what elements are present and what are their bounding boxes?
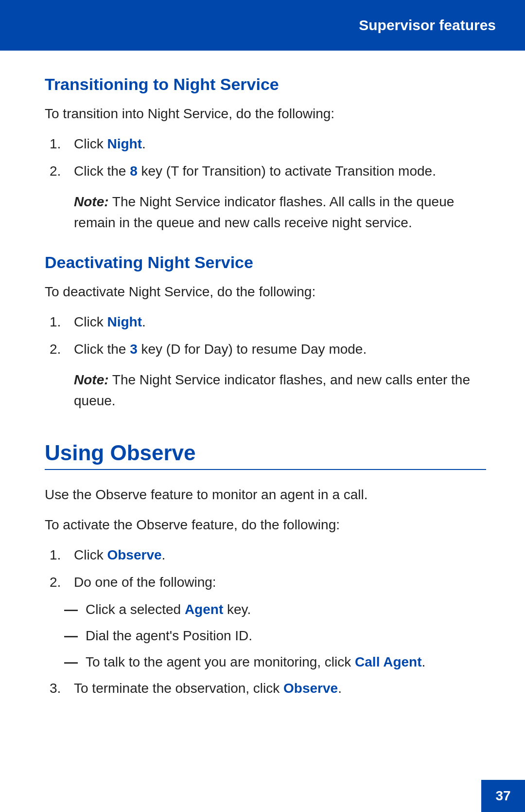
transitioning-intro: To transition into Night Service, do the…: [45, 104, 486, 124]
observe-step-1: 1. Click Observe.: [45, 545, 486, 565]
step-content: To terminate the observation, click Obse…: [74, 678, 486, 699]
key-3-link[interactable]: 3: [130, 342, 138, 357]
section-using-observe: Using Observe Use the Observe feature to…: [45, 441, 486, 699]
key-8-link[interactable]: 8: [130, 163, 138, 179]
deactivating-step-2: 2. Click the 3 key (D for Day) to resume…: [45, 339, 486, 360]
sub-dash: —: [64, 652, 86, 672]
agent-link[interactable]: Agent: [185, 602, 223, 617]
sub-content: To talk to the agent you are monitoring,…: [86, 652, 486, 672]
night-link-1[interactable]: Night: [107, 136, 142, 151]
transitioning-step-1: 1. Click Night.: [45, 134, 486, 154]
step-number: 2.: [45, 161, 74, 181]
call-agent-link[interactable]: Call Agent: [355, 654, 421, 669]
observe-intro-2: To activate the Observe feature, do the …: [45, 515, 486, 535]
step-number: 2.: [45, 339, 74, 360]
night-link-2[interactable]: Night: [107, 314, 142, 329]
transitioning-title: Transitioning to Night Service: [45, 75, 486, 94]
transitioning-note: Note: The Night Service indicator flashe…: [74, 191, 486, 234]
observe-sub-item-1: — Click a selected Agent key.: [45, 599, 486, 620]
step-content: Click Night.: [74, 134, 486, 154]
step-number: 1.: [45, 134, 74, 154]
note-label: Note:: [74, 372, 109, 387]
observe-step-2: 2. Do one of the following:: [45, 572, 486, 593]
section-transitioning: Transitioning to Night Service To transi…: [45, 75, 486, 234]
page-number: 37: [495, 788, 510, 804]
transitioning-step-2: 2. Click the 8 key (T for Transition) to…: [45, 161, 486, 181]
page-number-box: 37: [481, 780, 525, 812]
observe-sub-item-3: — To talk to the agent you are monitorin…: [45, 652, 486, 672]
step-content: Do one of the following:: [74, 572, 486, 593]
note-text: The Night Service indicator flashes, and…: [74, 372, 470, 408]
step-content: Click Observe.: [74, 545, 486, 565]
step-number: 1.: [45, 545, 74, 565]
step-content: Click Night.: [74, 312, 486, 332]
deactivating-intro: To deactivate Night Service, do the foll…: [45, 282, 486, 302]
observe-link-2[interactable]: Observe: [283, 681, 338, 696]
observe-step-3: 3. To terminate the observation, click O…: [45, 678, 486, 699]
observe-link-1[interactable]: Observe: [107, 547, 161, 562]
step-number: 1.: [45, 312, 74, 332]
observe-sub-item-2: — Dial the agent's Position ID.: [45, 626, 486, 646]
step-content: Click the 8 key (T for Transition) to ac…: [74, 161, 486, 181]
step-number: 2.: [45, 572, 74, 593]
observe-intro-1: Use the Observe feature to monitor an ag…: [45, 485, 486, 505]
note-label: Note:: [74, 194, 109, 209]
header-bar: Supervisor features: [0, 0, 525, 51]
deactivating-note: Note: The Night Service indicator flashe…: [74, 369, 486, 412]
page-content: Transitioning to Night Service To transi…: [0, 51, 525, 754]
header-title: Supervisor features: [359, 17, 496, 34]
step-content: Click the 3 key (D for Day) to resume Da…: [74, 339, 486, 360]
sub-content: Dial the agent's Position ID.: [86, 626, 486, 646]
deactivating-title: Deactivating Night Service: [45, 253, 486, 272]
section-deactivating: Deactivating Night Service To deactivate…: [45, 253, 486, 412]
sub-dash: —: [64, 626, 86, 646]
deactivating-step-1: 1. Click Night.: [45, 312, 486, 332]
sub-dash: —: [64, 599, 86, 620]
sub-content: Click a selected Agent key.: [86, 599, 486, 620]
step-number: 3.: [45, 678, 74, 699]
using-observe-title: Using Observe: [45, 441, 486, 470]
note-text: The Night Service indicator flashes. All…: [74, 194, 454, 230]
